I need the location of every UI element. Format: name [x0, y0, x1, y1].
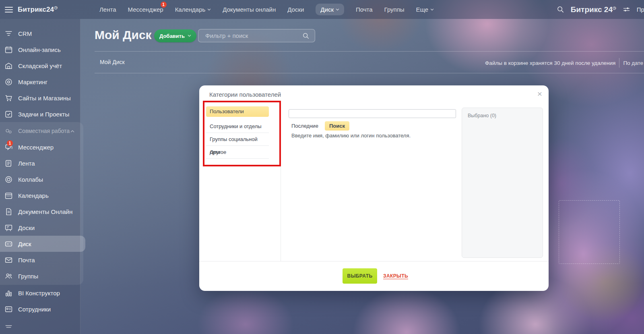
page-title: Мой Диск — [95, 28, 152, 42]
brand-logo: Битрикс 24◷ — [571, 5, 616, 14]
select-button[interactable]: ВЫБРАТЬ — [343, 268, 377, 284]
collaboration-group-panel: Совместная работа 1 Мессенджер Лента Кол… — [0, 122, 83, 285]
divider — [95, 51, 644, 52]
chevron-down-icon — [430, 8, 434, 11]
filter-search-input[interactable] — [198, 32, 302, 39]
nav-messenger[interactable]: Мессенджер 1 — [128, 6, 163, 13]
app-logo-text: Битрикс24 — [18, 6, 54, 13]
search-hint: Введите имя, фамилию или логин пользоват… — [291, 133, 411, 139]
user-search-input[interactable] — [289, 109, 456, 118]
id-card-icon — [4, 305, 13, 313]
circles-icon — [4, 175, 13, 184]
selection-marquee — [559, 200, 620, 264]
tab-recent[interactable]: Последние — [291, 123, 318, 129]
board-icon — [4, 224, 13, 232]
sidebar-item-inventory[interactable]: Складской учёт — [0, 58, 80, 74]
nav-boards[interactable]: Доски — [287, 6, 304, 13]
sidebar-item-disk[interactable]: Диск — [0, 236, 85, 252]
nav-calendar[interactable]: Календарь — [175, 6, 211, 13]
sidebar-item-feed[interactable]: Лента — [0, 155, 83, 171]
sidebar-item-boards[interactable]: Доски — [0, 220, 83, 236]
close-icon[interactable]: × — [537, 89, 542, 98]
sidebar-item-tasks-projects[interactable]: Задачи и Проекты — [0, 106, 80, 122]
toolbar-right: Файлы в корзине хранятся 30 дней после у… — [485, 58, 643, 68]
breadcrumb[interactable]: Мой Диск — [100, 59, 125, 65]
notification-badge: 1 — [7, 140, 13, 146]
calendar-icon — [4, 191, 13, 200]
crm-funnel-icon — [4, 29, 13, 38]
warehouse-icon — [4, 62, 13, 70]
add-button[interactable]: Добавить — [154, 29, 196, 42]
category-other[interactable]: Другое — [206, 146, 269, 159]
nav-docs-online[interactable]: Документы онлайн — [223, 6, 276, 13]
topbar-right-zone: Битрикс 24◷ Пригласить — [557, 0, 644, 19]
category-users[interactable]: Пользователи — [206, 106, 269, 117]
sidebar-item-calendar[interactable]: Календарь — [0, 187, 83, 203]
bar-chart-icon — [4, 289, 13, 297]
cart-icon — [4, 94, 13, 102]
drive-icon — [4, 240, 13, 248]
sidebar-item-bi-builder[interactable]: BI Конструктор — [0, 285, 80, 301]
app-logo[interactable]: Битрикс24◷ — [18, 5, 58, 14]
sidebar-item-groups[interactable]: Группы — [0, 268, 83, 284]
category-social-groups[interactable]: Группы социальной сети — [206, 133, 269, 146]
category-list: Пользователи Сотрудники и отделы Группы … — [199, 102, 281, 159]
check-square-icon — [4, 110, 13, 118]
divider — [199, 261, 549, 261]
sidebar-item-mail[interactable]: Почта — [0, 252, 83, 268]
nav-groups[interactable]: Группы — [384, 6, 405, 13]
search-mode-tabs: Последние Поиск — [291, 121, 349, 131]
collaboration-icon — [4, 127, 13, 135]
sidebar-group-collaboration[interactable]: Совместная работа — [0, 123, 83, 139]
nav-lenta[interactable]: Лента — [99, 6, 116, 13]
chevron-up-icon — [70, 130, 74, 133]
nav-mail[interactable]: Почта — [356, 6, 373, 13]
sidebar-item-docs-online[interactable]: Документы Онлайн — [0, 203, 83, 220]
trash-note: Файлы в корзине хранятся 30 дней после у… — [485, 60, 615, 66]
chevron-down-icon — [207, 8, 211, 11]
calendar-clock-icon — [4, 46, 13, 54]
hamburger-menu-icon[interactable] — [5, 7, 13, 12]
sidebar: CRM Онлайн-запись Складской учёт Маркети… — [0, 19, 80, 334]
filter-search-box — [198, 29, 315, 42]
tab-search[interactable]: Поиск — [325, 121, 349, 131]
automation-icon — [4, 323, 13, 332]
nav-more[interactable]: Еще — [416, 6, 434, 13]
selected-count: Выбрано (0) — [468, 113, 496, 118]
top-navigation: Лента Мессенджер 1 Календарь Документы о… — [99, 0, 434, 19]
chevron-down-icon — [336, 8, 339, 11]
search-icon[interactable] — [557, 6, 564, 13]
sidebar-item-sites-stores[interactable]: Сайты и Магазины — [0, 90, 80, 106]
sidebar-item-partial[interactable] — [0, 319, 80, 334]
sidebar-item-crm[interactable]: CRM — [0, 25, 80, 41]
notification-badge: 1 — [161, 2, 167, 8]
nav-disk[interactable]: Диск — [316, 4, 344, 15]
close-button[interactable]: ЗАКРЫТЬ — [383, 273, 408, 279]
sidebar-item-messenger[interactable]: 1 Мессенджер — [0, 139, 83, 155]
clock-icon: ◷ — [54, 5, 58, 10]
sidebar-item-employees[interactable]: Сотрудники — [0, 301, 80, 317]
target-icon — [4, 78, 13, 86]
mail-icon — [4, 256, 13, 264]
selected-panel: Выбрано (0) — [462, 108, 543, 258]
divider — [619, 58, 619, 68]
document-icon — [4, 207, 13, 216]
search-icon[interactable] — [302, 32, 310, 39]
divider — [281, 102, 281, 261]
sidebar-item-online-booking[interactable]: Онлайн-запись — [0, 41, 80, 58]
category-employees-departments[interactable]: Сотрудники и отделы — [206, 120, 269, 133]
people-icon — [4, 272, 13, 280]
sliders-icon[interactable] — [623, 6, 630, 13]
divider — [95, 73, 644, 73]
chevron-down-icon — [188, 35, 191, 37]
dialog-title: Категории пользователей — [209, 91, 281, 98]
sidebar-item-collabs[interactable]: Коллабы — [0, 171, 83, 187]
sort-by-date[interactable]: По дате — [623, 60, 643, 66]
invite-button[interactable]: Пригласить — [637, 6, 644, 13]
clock-icon: ◷ — [613, 5, 616, 10]
sidebar-item-marketing[interactable]: Маркетинг — [0, 74, 80, 90]
user-categories-dialog: Категории пользователей × Пользователи С… — [199, 85, 549, 291]
top-bar: Битрикс24◷ Лента Мессенджер 1 Календарь … — [0, 0, 644, 19]
feed-icon — [4, 159, 13, 168]
